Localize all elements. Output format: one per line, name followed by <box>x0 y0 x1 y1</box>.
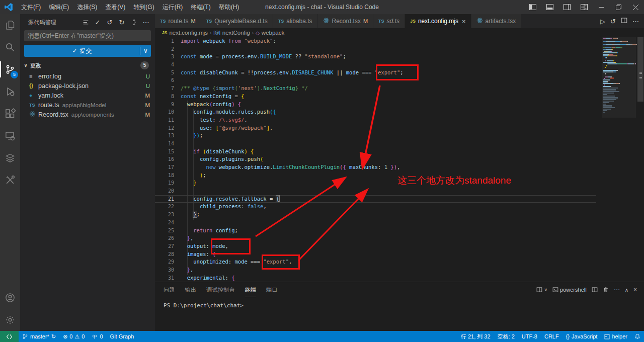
editor-tab-Record.tsx[interactable]: Record.tsxM <box>318 14 374 28</box>
code-line-28[interactable]: 28 images: { <box>155 250 596 259</box>
code-line-16[interactable]: 16 config.plugins.push( <box>155 155 596 163</box>
refresh-icon[interactable]: ↻ <box>117 17 127 27</box>
menu-item[interactable]: 选择(S) <box>73 0 101 14</box>
source-control-icon[interactable]: 5 <box>0 58 20 80</box>
commit-check-icon[interactable]: ✓ <box>93 17 103 27</box>
minimize-button[interactable] <box>593 0 610 14</box>
indentation-status[interactable]: 空格: 2 <box>494 331 518 342</box>
panel-tab-输出[interactable]: 输出 <box>185 282 197 297</box>
editor-tab-QueryableBase.d.ts[interactable]: TSQueryableBase.d.ts <box>201 14 273 28</box>
terminal-instance-powershell[interactable]: powershell <box>552 287 587 293</box>
code-line-18[interactable]: 18 ); <box>155 172 596 180</box>
panel-tab-终端[interactable]: 终端 <box>245 282 257 297</box>
code-line-15[interactable]: 15 if (disableChunk) { <box>155 148 596 156</box>
explorer-icon[interactable] <box>0 14 20 36</box>
run-debug-icon[interactable] <box>0 80 20 103</box>
code-line-20[interactable]: 20 <box>155 187 596 195</box>
editor-tab-artifacts.tsx[interactable]: artifacts.tsx <box>471 14 522 28</box>
editor-tab-alibaba.ts[interactable]: TSalibaba.ts <box>273 14 318 28</box>
menu-item[interactable]: 查看(V) <box>101 0 129 14</box>
layers-icon[interactable] <box>0 147 20 169</box>
remote-explorer-icon[interactable] <box>0 125 20 147</box>
code-line-14[interactable]: 14 <box>155 140 596 148</box>
cursor-position-status[interactable]: 行 21, 列 32 <box>457 331 494 342</box>
scm-file-error.log[interactable]: ≡error.logU <box>20 71 155 81</box>
commit-button[interactable]: ✓ 提交 ∨ <box>24 45 151 57</box>
panel-tab-端口[interactable]: 端口 <box>266 282 278 297</box>
run-file-icon[interactable]: ▷ <box>600 18 605 25</box>
settings-gear-icon[interactable] <box>0 309 20 331</box>
tools-icon[interactable] <box>0 169 20 191</box>
notifications-bell-icon[interactable] <box>631 331 644 342</box>
commit-dropdown-chevron[interactable]: ∨ <box>140 47 151 55</box>
close-panel-icon[interactable]: × <box>633 286 637 293</box>
code-line-21[interactable]: 21 config.resolve.fallback = { <box>155 195 596 203</box>
scm-file-route.ts[interactable]: TSroute.tsapp\api\bigModelM <box>20 100 155 110</box>
customize-layout-icon[interactable] <box>576 0 593 14</box>
close-tab-icon[interactable]: × <box>462 18 466 25</box>
encoding-status[interactable]: UTF-8 <box>518 331 541 342</box>
code-line-10[interactable]: 10 config.module.rules.push({ <box>155 108 596 116</box>
eol-status[interactable]: CRLF <box>541 331 562 342</box>
maximize-panel-icon[interactable]: ∧ <box>625 287 628 293</box>
toggle-sidebar-icon[interactable] <box>524 0 541 14</box>
close-window-button[interactable] <box>627 0 644 14</box>
code-line-6[interactable]: 6 <box>155 76 596 84</box>
restore-button[interactable] <box>610 0 627 14</box>
code-line-9[interactable]: 9 webpack(config) { <box>155 101 596 109</box>
minimap[interactable] <box>602 37 636 282</box>
code-line-22[interactable]: 22 child_process: false, <box>155 203 596 211</box>
problems-status[interactable]: ⊗ 0 ⚠ 0 <box>59 331 88 342</box>
view-as-list-icon[interactable] <box>80 17 91 27</box>
extensions-icon[interactable] <box>0 103 20 125</box>
git-branch-status[interactable]: master* ↻ <box>19 331 59 342</box>
breadcrumb[interactable]: JS next.config.mjs › [@] nextConfig › ◇ … <box>155 28 644 37</box>
menu-item[interactable]: 运行(R) <box>158 0 187 14</box>
code-line-31[interactable]: 31 experimental: { <box>155 274 596 282</box>
code-line-17[interactable]: 17 new webpack.optimize.LimitChunkCountP… <box>155 163 596 172</box>
commit-graph-icon[interactable] <box>129 17 139 27</box>
helper-status[interactable]: helper <box>601 331 631 342</box>
code-line-8[interactable]: 8const nextConfig = { <box>155 93 596 101</box>
timeline-icon[interactable]: ↺ <box>610 18 616 25</box>
toggle-secondary-sidebar-icon[interactable] <box>558 0 576 14</box>
kill-terminal-icon[interactable] <box>603 287 609 293</box>
commit-message-input[interactable] <box>24 30 151 41</box>
toggle-panel-icon[interactable] <box>541 0 558 14</box>
git-graph-status[interactable]: Git Graph <box>107 331 138 342</box>
editor-tab-next.config.mjs[interactable]: JSnext.config.mjs× <box>405 14 471 28</box>
code-line-26[interactable]: 26 }, <box>155 234 596 242</box>
ports-status[interactable]: 0 <box>88 331 106 342</box>
code-line-4[interactable]: 4 <box>155 61 596 69</box>
changes-section-header[interactable]: ∨ 更改 5 <box>20 60 155 70</box>
search-icon[interactable] <box>0 36 20 58</box>
code-line-13[interactable]: 13 }); <box>155 132 596 140</box>
more-actions-icon[interactable]: ⋯ <box>141 17 151 27</box>
code-line-11[interactable]: 11 test: /\.svg$/, <box>155 116 596 124</box>
menu-item[interactable]: 文件(F) <box>17 0 45 14</box>
code-editor[interactable]: 1import webpack from "webpack";23const m… <box>155 37 644 282</box>
code-line-23[interactable]: 23 }; <box>155 211 596 219</box>
menu-item[interactable]: 转到(G) <box>129 0 158 14</box>
history-icon[interactable]: ↺ <box>105 17 115 27</box>
code-line-1[interactable]: 1import webpack from "webpack"; <box>155 37 596 45</box>
editor-tab-route.ts[interactable]: TSroute.tsM <box>155 14 201 28</box>
vertical-scrollbar[interactable] <box>637 37 644 282</box>
language-mode-status[interactable]: {} JavaScript <box>562 331 601 342</box>
menu-item[interactable]: 帮助(H) <box>215 0 244 14</box>
terminal-output[interactable]: PS D:\project\chat\chat> <box>155 297 644 309</box>
split-terminal-icon[interactable] <box>592 287 598 293</box>
code-line-19[interactable]: 19 } <box>155 179 596 187</box>
scm-file-yarn.lock[interactable]: ●yarn.lockM <box>20 91 155 100</box>
menu-item[interactable]: 编辑(E) <box>45 0 73 14</box>
editor-tab-sd.ts[interactable]: TSsd.ts <box>373 14 405 28</box>
code-line-12[interactable]: 12 use: ["@svgr/webpack"], <box>155 124 596 132</box>
editor-more-icon[interactable]: ⋯ <box>632 18 639 25</box>
code-line-7[interactable]: 7/** @type {import('next').NextConfig} *… <box>155 84 596 93</box>
scm-file-package-lock.json[interactable]: {}package-lock.jsonU <box>20 81 155 91</box>
code-line-27[interactable]: 27 output: mode, <box>155 242 596 250</box>
panel-tab-调试控制台[interactable]: 调试控制台 <box>206 282 235 297</box>
launch-profile-icon[interactable]: ∨ <box>536 287 547 293</box>
code-line-24[interactable]: 24 <box>155 219 596 227</box>
code-line-25[interactable]: 25 return config; <box>155 227 596 235</box>
